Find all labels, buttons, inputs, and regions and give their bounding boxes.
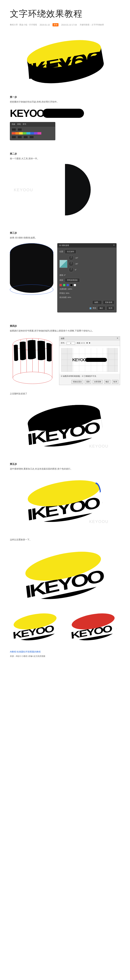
angle-dial[interactable] — [69, 267, 74, 272]
symbol-slot[interactable] — [17, 128, 22, 131]
step-label: 第二步 — [10, 152, 120, 156]
origin-badge: 原创 — [53, 23, 58, 26]
surface-dropdown[interactable]: 塑料效果底纹 — [65, 278, 80, 282]
cylinder-preview — [10, 243, 53, 293]
black-ring-result: KEYOOU IKEYOO IKEYOO IKEYOO IKEYOO — [20, 399, 110, 450]
map-art-button[interactable]: 贴图... — [92, 300, 102, 304]
svg-point-9 — [13, 372, 52, 384]
step-desc: 效果-3D-绕转-绕着绕,贴图。 — [10, 236, 120, 240]
angle-y: -26° — [75, 263, 78, 265]
panel-icon[interactable] — [12, 136, 16, 138]
symbol-dropdown[interactable]: ▾ — [67, 342, 75, 345]
panel-tab[interactable]: 符号 — [23, 123, 26, 126]
preview-checkbox[interactable]: 预览 — [89, 307, 96, 309]
step-note: 之后随时款皮就了 — [10, 392, 120, 396]
cancel-button[interactable]: 取消 — [112, 380, 118, 383]
trash-icon[interactable] — [30, 136, 34, 138]
ambient-label: 环境光: 50% — [60, 292, 69, 294]
half-circle-shape — [39, 164, 91, 215]
step-label: 第五步 — [10, 463, 120, 466]
key-bar-shape — [42, 109, 84, 118]
key-text-artwork: KEYOO — [10, 107, 120, 119]
step-3: 第三步 效果-3D-绕转-绕着绕,贴图。 KEYOOU 3D 绕转选项 ✕ 位置… — [10, 231, 120, 312]
color-swatch[interactable] — [67, 284, 69, 286]
color-swatch[interactable] — [63, 284, 66, 286]
pos-dropdown[interactable]: 自定旋转 — [65, 250, 76, 254]
map-art-panel[interactable]: 贴图 ✕ 符号: ▾ 表面: 4 / 4 ◀ ▶ KEYOO — [59, 336, 120, 385]
close-icon[interactable]: ✕ — [113, 244, 115, 247]
step-label: 第一步 — [10, 95, 120, 99]
angle-z: 8° — [75, 269, 77, 271]
yellow-ring-result: KEYOOU IKEYOO — [20, 474, 110, 526]
page-title: 文字环绕效果教程 — [10, 8, 120, 20]
step1-figure: KEYOO 色板 画笔 符号 — [10, 107, 120, 140]
next-surface-icon[interactable]: ▶ — [89, 342, 91, 345]
highlight-label: 高光强度: 60% — [60, 296, 71, 299]
map-canvas[interactable]: KEYOO — [59, 346, 120, 374]
meta-right: 关键词搜索：文字/环绕效果 — [80, 24, 104, 26]
final-large-ring: IKEYOO — [20, 545, 110, 605]
symbol-label: 符号: — [61, 342, 65, 345]
step-desc: 选中素材绕转,重新加几次,在这块选最后面的图形,填个色的就行。 — [10, 467, 120, 471]
orientation-cube[interactable] — [60, 260, 67, 268]
step4-figure: 贴图 ✕ 符号: ▾ 表面: 4 / 4 ◀ ▶ KEYOO — [10, 336, 120, 386]
panel-tab[interactable]: 画笔 — [17, 123, 21, 126]
panel-icon[interactable] — [23, 136, 28, 138]
hero-figure: IKEYOO IKEYOO IKEYOO — [17, 32, 113, 88]
step-2: 第二步 画一个圆形,大工具,剪掉一半。 KEYOOU — [10, 152, 120, 220]
meta-time: 2019-01-10 17:04 — [61, 24, 77, 26]
related-link[interactable]: AI教程:绘画圆柱环形图案的教程 — [10, 650, 120, 653]
clear-all-button[interactable]: 全部清除 — [92, 380, 103, 383]
cancel-button[interactable]: 取消 — [107, 306, 114, 310]
light-label: 光源强度: 100% — [60, 288, 72, 290]
map-panel-title: 贴图 — [61, 337, 64, 340]
step3-figure: KEYOOU 3D 绕转选项 ✕ 位置: 自定旋转 -18° — [10, 243, 120, 312]
angle-x: -18° — [75, 257, 78, 259]
step-note: 这样以后置换算一下。 — [10, 538, 120, 542]
final-pair: KEYOO KEYOO — [10, 609, 120, 644]
meta-bar: 教程分享 · 图盒小组 · 仔仔喵喵 2019-01-10 原创 2019-01… — [10, 23, 120, 26]
watermark: KEYOOU — [89, 519, 108, 524]
more-options-button[interactable]: 更多选项 — [103, 300, 114, 304]
ok-button[interactable]: 确定 — [97, 306, 105, 310]
ok-button[interactable]: 确定 — [104, 380, 110, 383]
shade-checkbox[interactable]: ☑ 贴图具有明暗调(较慢) — [61, 375, 80, 377]
surface-label: 表面: — [60, 279, 64, 282]
step-1: 第一步 把想要的字体做好挖出凹迹,存档,存好再打开软件。 KEYOO 色板 画笔… — [10, 95, 120, 140]
panel-title: 3D 绕转选项 — [59, 244, 69, 247]
revolve-options-panel[interactable]: 3D 绕转选项 ✕ 位置: 自定旋转 -18° -26° 8° — [57, 243, 117, 312]
perspective-label: 透视: 0° — [60, 274, 66, 277]
panel-tab[interactable]: 色板 — [12, 123, 15, 126]
meta-date: 2019-01-10 — [40, 24, 50, 26]
scale-fit-button[interactable]: 缩放以适合 — [72, 380, 83, 383]
step-4: 第四步 贴图跳行进来的符号图案,把字体做好贴到,想要贴上那面填个大调整,下面两个… — [10, 325, 120, 450]
color-swatches[interactable] — [12, 132, 41, 135]
clear-button[interactable]: 清除 — [85, 380, 91, 383]
surface-nav-label: 表面: 4 / 4 — [77, 342, 85, 345]
mapped-symbol-text: KEYOO — [72, 357, 86, 363]
step-label: 第四步 — [10, 325, 120, 328]
prev-surface-icon[interactable]: ◀ — [86, 342, 88, 345]
color-swatch[interactable] — [60, 284, 62, 286]
angle-dial[interactable] — [69, 261, 74, 266]
mapped-symbol-bar — [85, 358, 107, 362]
step-5: 第五步 选中素材绕转,重新加几次,在这块选最后面的图形,填个色的就行。 KEYO… — [10, 463, 120, 526]
angle-dial[interactable] — [69, 255, 74, 261]
watermark: KEYOOU — [14, 188, 33, 192]
pair-ring-red: KEYOO — [68, 609, 120, 644]
meta-source: 教程分享 · 图盒小组 · 仔仔喵喵 — [10, 24, 37, 26]
final-section: 这样以后置换算一下。 IKEYOO KEYOO — [10, 538, 120, 658]
step-desc: 贴图跳行进来的符号图案,把字体做好贴到,想要贴上那面填个大调整,下面两个按钮勾上… — [10, 329, 120, 332]
step-desc: 画一个圆形,大工具,剪掉一半。 — [10, 157, 120, 161]
panel-icon[interactable] — [17, 136, 22, 138]
color-swatch[interactable] — [70, 284, 72, 286]
invisible-geometry-checkbox[interactable]: ☑ 三维模型不可见 — [82, 375, 96, 377]
symbol-slot[interactable] — [12, 128, 16, 131]
wireframe-cylinder — [10, 336, 55, 386]
pair-ring-yellow: KEYOO — [10, 609, 62, 644]
color-swatch[interactable] — [74, 284, 76, 286]
key-text: KEYOO — [10, 107, 44, 119]
source-text: 来源：AI设计小教程-讲编+友汉高质视频 — [10, 655, 120, 658]
close-icon[interactable]: ✕ — [117, 337, 118, 340]
symbols-panel[interactable]: 色板 画笔 符号 — [10, 122, 55, 140]
